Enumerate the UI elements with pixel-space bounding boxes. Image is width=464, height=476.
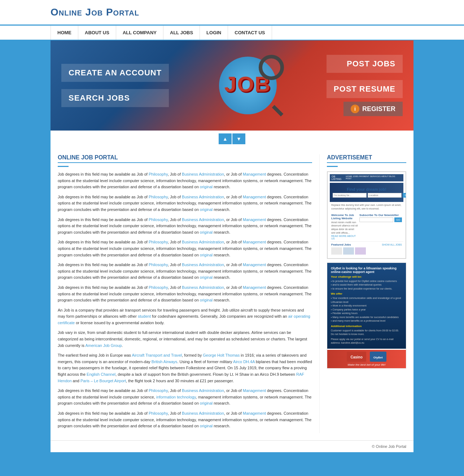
content-para-5: Job degrees in this field may be availab… [58, 285, 312, 304]
banner-controls: ▲ ▼ [51, 131, 413, 147]
hero-center: JOB [180, 49, 316, 122]
info-icon: i [351, 105, 359, 113]
hero-register-btn[interactable]: i REGISTER [343, 102, 403, 116]
ad-welcome-section: Welcome To Job Listing Website Amet mini… [330, 212, 403, 241]
ad-divider [327, 166, 338, 167]
nav-contact[interactable]: CONTACT US [228, 26, 272, 40]
ad-box-2[interactable]: OlyBet is looking for a lithuanian speak… [327, 263, 406, 369]
content-para-2: Job degrees in this field may be availab… [58, 217, 312, 236]
main-section-title: ONLINE JOB PORTAL [58, 154, 312, 163]
site-title: Online Job Portal [51, 6, 413, 18]
nav: HOME ABOUT US ALL COMPANY ALL JOBS LOGIN… [0, 26, 464, 40]
nav-inner: HOME ABOUT US ALL COMPANY ALL JOBS LOGIN… [51, 26, 413, 40]
content-para-3: Job degrees in this field may be availab… [58, 239, 312, 258]
content-para-1: Job degrees in this field may be availab… [58, 194, 312, 213]
content-para-7: Job vary in size, from small domestic st… [58, 330, 312, 349]
left-content: ONLINE JOB PORTAL Job degrees in this fi… [58, 154, 320, 433]
hero-banner: CREATE AN ACCOUNT SEARCH JOBS JOB POST J… [51, 40, 413, 131]
ad-read-more[interactable]: READ MORE ABOUT US [331, 235, 358, 240]
nav-home[interactable]: HOME [51, 26, 78, 40]
content-para-6: An Job is a company that provides air tr… [58, 307, 312, 326]
hero-register-label: REGISTER [362, 105, 395, 113]
ad-search-btn[interactable]: SEARCH [403, 193, 406, 198]
section-divider [58, 166, 69, 167]
ad-replace-text: Replace this dummy text with your own. L… [331, 203, 402, 211]
hero-create-account[interactable]: CREATE AN ACCOUNT [61, 64, 169, 82]
footer-text: © Online Job Portal [372, 444, 406, 449]
ad-description-section: Replace this dummy text with your own. L… [330, 202, 403, 212]
hero-right: POST JOBS POST RESUME i REGISTER [316, 48, 413, 123]
ad-welcome-text: Amet minim mollit non deserunt ullamco e… [331, 221, 358, 235]
olybet-title: OlyBet is looking for a lithuanian speak… [331, 266, 402, 274]
ad-nav-links: HOME JOBS PAYMENT SERVICES ABOUT BLOG PO… [346, 175, 402, 180]
hero-search-jobs[interactable]: SEARCH JOBS [61, 89, 169, 107]
olybet-offer-title: We offer [331, 292, 402, 295]
olybet-brand-text: OlyBet [373, 356, 383, 359]
ad-dream-text: Find your dream job! [333, 187, 400, 191]
olybet-casino-inner: Casino OlyBet [329, 352, 404, 362]
ad-hero-section: Find your dream job! SEARCH [330, 183, 403, 202]
olybet-casino-section: Casino OlyBet Make the best bet of your … [327, 350, 406, 368]
banner-prev-btn[interactable]: ▲ [219, 133, 232, 144]
olybet-challenge-title: Your challenge will be: [331, 275, 402, 278]
hero-left: CREATE AN ACCOUNT SEARCH JOBS [51, 57, 180, 114]
ad-welcome-title: Welcome To Job Listing Website [331, 213, 358, 220]
olybet-brand-area: OlyBet [370, 352, 386, 362]
magnifier-handle [272, 105, 283, 116]
ad-show-all[interactable]: SHOW ALL JOBS [382, 243, 402, 246]
olybet-additional-title: Additional information [331, 325, 402, 328]
banner-next-btn[interactable]: ▼ [232, 133, 245, 144]
nav-company[interactable]: ALL COMPANY [116, 26, 163, 40]
olybet-tagline: Make the best bet of your life! [329, 363, 404, 366]
ad-featured-section: Featured Jobs SHOW ALL JOBS [330, 241, 403, 256]
ad-job-thumb-2 [343, 247, 354, 255]
nav-about[interactable]: ABOUT US [78, 26, 116, 40]
ad-job-thumb-3 [355, 247, 366, 255]
olybet-offer-items: • Your excellent communication skills an… [331, 296, 402, 323]
nav-jobs[interactable]: ALL JOBS [163, 26, 200, 40]
main-content: ONLINE JOB PORTAL Job degrees in this fi… [51, 147, 413, 440]
ad-featured-header: Featured Jobs SHOW ALL JOBS [331, 243, 402, 246]
olybet-challenge-items: • to provide live support for OlyBet onl… [331, 279, 402, 291]
ad-site-name: OB LISTING [332, 175, 346, 180]
magnifier-circle [259, 55, 284, 80]
olybet-casino-logo-area: Casino [347, 352, 366, 362]
content-para-10: Job degrees in this field may be availab… [58, 410, 312, 429]
ad-title: ADVERTISEMET [327, 154, 406, 163]
olybet-additional-text: Customer support is available for client… [331, 329, 402, 336]
content-para-9: Job degrees in this field may be availab… [58, 388, 312, 407]
ad-mock-site: OB LISTING HOME JOBS PAYMENT SERVICES AB… [327, 172, 406, 259]
content-para-0: Job degrees in this field may be availab… [58, 171, 312, 190]
ad-location-input[interactable] [368, 193, 402, 198]
ad-email-input[interactable] [359, 217, 393, 222]
ad-featured-title: Featured Jobs [331, 243, 351, 246]
hero-post-resume[interactable]: POST RESUME [327, 80, 403, 98]
content-para-4: Job degrees in this field may be availab… [58, 262, 312, 281]
content-para-8: The earliest fixed wing Job in Europe wa… [58, 352, 312, 384]
ad-subscribe-title: Subscribe To Our Newsletter [359, 213, 402, 217]
right-sidebar: ADVERTISEMET OB LISTING HOME JOBS PAYMEN… [327, 154, 406, 433]
hero-post-jobs[interactable]: POST JOBS [327, 55, 403, 73]
ad-welcome-col: Welcome To Job Listing Website Amet mini… [331, 213, 358, 240]
hero-graphic: JOB [212, 49, 284, 122]
ad-search-bar: SEARCH [333, 193, 400, 198]
ad-subscribe-search: GO [359, 217, 402, 222]
ad-mock-header: OB LISTING HOME JOBS PAYMENT SERVICES AB… [330, 174, 403, 181]
ad-search-input[interactable] [333, 193, 367, 198]
ad-job-row [331, 247, 402, 255]
footer: © Online Job Portal [51, 440, 413, 452]
olybet-apply-text: Please apply via our portal or send your… [331, 338, 402, 345]
ad-box-1[interactable]: OB LISTING HOME JOBS PAYMENT SERVICES AB… [327, 171, 406, 259]
header: Online Job Portal [0, 0, 464, 26]
ad-subscribe-col: Subscribe To Our Newsletter GO [359, 213, 402, 240]
olybet-brand: Casino [350, 355, 362, 359]
nav-login[interactable]: LOGIN [200, 26, 228, 40]
ad-job-thumb-1 [331, 247, 342, 255]
ad-subscribe-btn[interactable]: GO [394, 217, 402, 222]
ad-olybet: OlyBet is looking for a lithuanian speak… [327, 263, 406, 349]
